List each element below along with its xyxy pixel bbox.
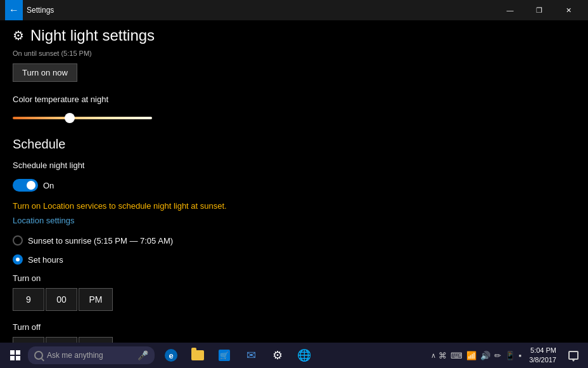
status-subtitle: On until sunset (5:15 PM) <box>13 49 575 57</box>
turn-off-hour-box[interactable]: 7 <box>13 337 44 343</box>
network-icon[interactable]: 📶 <box>466 351 476 360</box>
taskbar-mail-button[interactable]: ✉ <box>238 343 264 368</box>
store-icon: 🛒 <box>219 350 230 361</box>
taskbar-settings-button[interactable]: ⚙ <box>265 343 290 368</box>
tablet-icon[interactable]: 📱 <box>505 351 515 360</box>
schedule-heading: Schedule <box>13 137 575 152</box>
battery-icon[interactable]: ▪ <box>519 351 522 360</box>
clock-time: 5:04 PM <box>529 346 556 355</box>
taskbar-edge-button[interactable]: e <box>158 343 184 368</box>
turn-off-ampm-box[interactable]: AM <box>79 337 113 343</box>
toggle-state-label: On <box>43 181 54 190</box>
back-button[interactable]: ← <box>5 0 23 20</box>
close-button[interactable]: ✕ <box>554 0 583 20</box>
page-title: Night light settings <box>30 27 155 44</box>
taskbar-apps: e 🛒 ✉ ⚙ 🌐 <box>158 343 317 368</box>
turn-on-time-inputs: 9 00 PM <box>13 288 575 311</box>
pen-icon[interactable]: ✏ <box>494 351 501 360</box>
search-placeholder: Ask me anything <box>47 351 103 360</box>
clock-date: 3/8/2017 <box>529 355 556 365</box>
schedule-night-light-label: Schedule night light <box>13 161 84 170</box>
turn-off-time-label: Turn off <box>13 322 575 332</box>
window-title: Settings <box>27 6 495 15</box>
taskbar: Ask me anything 🎤 e 🛒 ✉ ⚙ 🌐 ∧ ⌘ ⌨ 📶 🔊 <box>0 343 588 368</box>
search-icon <box>34 351 43 360</box>
turn-on-time-label: Turn on <box>13 273 575 283</box>
taskbar-tray: ∧ ⌘ ⌨ 📶 🔊 ✏ 📱 ▪ 5:04 PM 3/8/2017 <box>431 343 585 368</box>
windows-logo-icon <box>10 350 20 360</box>
sunset-option[interactable]: Sunset to sunrise (5:15 PM — 7:05 AM) <box>13 235 575 246</box>
folder-icon <box>191 350 204 360</box>
keyboard-icon[interactable]: ⌨ <box>451 351 463 360</box>
settings-icon: ⚙ <box>272 348 283 362</box>
main-content: ⚙ Night light settings On until sunset (… <box>0 20 588 343</box>
titlebar: ← Settings — ❐ ✕ <box>0 0 588 20</box>
location-warning-text: Turn on Location services to schedule ni… <box>13 200 266 212</box>
tray-icons: ⌘ ⌨ 📶 🔊 ✏ 📱 ▪ <box>438 351 522 360</box>
schedule-night-light-row: Schedule night light <box>13 161 575 170</box>
taskbar-store-button[interactable]: 🛒 <box>212 343 237 368</box>
color-temp-slider-container <box>13 110 575 122</box>
taskbar-browser-button[interactable]: 🌐 <box>291 343 317 368</box>
bluetooth-icon[interactable]: ⌘ <box>438 351 447 360</box>
search-bar[interactable]: Ask me anything 🎤 <box>28 346 155 364</box>
microphone-icon[interactable]: 🎤 <box>137 350 148 360</box>
tray-expand-icon[interactable]: ∧ <box>431 352 436 360</box>
turn-off-time-inputs: 7 00 AM <box>13 337 575 343</box>
volume-icon[interactable]: 🔊 <box>480 351 490 360</box>
system-clock[interactable]: 5:04 PM 3/8/2017 <box>524 346 561 365</box>
schedule-toggle-container: On <box>13 179 575 192</box>
window-controls: — ❐ ✕ <box>495 0 583 20</box>
turn-on-now-button[interactable]: Turn on now <box>13 63 77 82</box>
schedule-toggle[interactable] <box>13 179 38 192</box>
mail-icon: ✉ <box>246 348 256 362</box>
taskbar-file-explorer-button[interactable] <box>185 343 210 368</box>
set-hours-radio <box>13 254 23 265</box>
turn-on-hour-box[interactable]: 9 <box>13 288 44 311</box>
page-header: ⚙ Night light settings <box>13 27 575 44</box>
turn-on-min-box[interactable]: 00 <box>46 288 77 311</box>
turn-on-ampm-box[interactable]: PM <box>79 288 113 311</box>
set-hours-option[interactable]: Set hours <box>13 254 575 265</box>
maximize-button[interactable]: ❐ <box>525 0 554 20</box>
notification-center-button[interactable] <box>564 343 583 368</box>
notification-icon <box>568 351 578 360</box>
color-temp-slider[interactable] <box>13 117 152 119</box>
back-arrow-icon: ← <box>9 4 19 16</box>
location-settings-link[interactable]: Location settings <box>13 216 575 225</box>
sunset-option-label: Sunset to sunrise (5:15 PM — 7:05 AM) <box>28 236 173 246</box>
toggle-knob <box>27 181 35 190</box>
start-button[interactable] <box>3 343 28 368</box>
minimize-button[interactable]: — <box>495 0 525 20</box>
edge-icon: e <box>165 349 177 362</box>
sunset-radio <box>13 235 23 246</box>
browser-icon: 🌐 <box>297 348 311 362</box>
turn-off-min-box[interactable]: 00 <box>46 337 77 343</box>
night-light-gear-icon: ⚙ <box>13 28 24 43</box>
color-temp-label: Color temperature at night <box>13 95 575 104</box>
set-hours-option-label: Set hours <box>28 255 63 265</box>
